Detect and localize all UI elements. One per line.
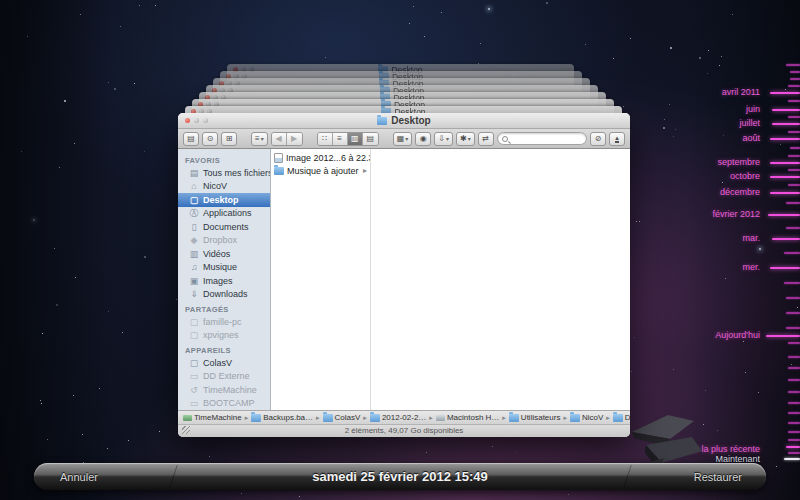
timeline-label[interactable]: février 2012 — [712, 209, 760, 219]
timeline-label[interactable]: juillet — [739, 118, 760, 128]
timeline-tick[interactable] — [788, 342, 800, 344]
sidebar-item-timemachine[interactable]: ↺TimeMachine — [178, 383, 270, 397]
path-segment[interactable]: Macintosh H… — [436, 413, 499, 422]
timeline-tick[interactable] — [788, 422, 800, 424]
timeline-tick[interactable] — [788, 452, 800, 454]
quick-look-button[interactable]: ◉ — [415, 132, 431, 146]
sidebar-item-colasv[interactable]: ▢ColasV — [178, 356, 270, 370]
timeline-tick[interactable] — [772, 238, 800, 240]
timeline-label[interactable]: août — [742, 133, 760, 143]
resize-grip[interactable] — [182, 426, 190, 434]
title-bar[interactable]: Desktop — [178, 113, 630, 129]
label-button[interactable]: ▤ — [183, 132, 199, 146]
info-button[interactable]: ⊙ — [202, 132, 218, 146]
nav-buttons-segment[interactable]: ▶ — [287, 133, 302, 145]
timeline-label[interactable]: mer. — [742, 262, 760, 272]
timeline-tick[interactable] — [788, 431, 800, 433]
new-folder-button[interactable]: ⊞ — [221, 132, 237, 146]
timeline-tick[interactable] — [788, 379, 800, 381]
path-segment[interactable]: 2012-02-2… — [370, 413, 426, 422]
timeline-tick[interactable] — [788, 412, 800, 414]
sidebar-item-documents[interactable]: ▯Documents — [178, 220, 270, 234]
timeline-label[interactable]: mar. — [742, 233, 760, 243]
timeline-tick[interactable] — [784, 282, 800, 284]
icon-size-menu-button[interactable]: ▦▾ — [393, 132, 413, 146]
sidebar-item-images[interactable]: ▣Images — [178, 274, 270, 288]
path-segment[interactable]: Desktop — [613, 413, 630, 422]
path-segment[interactable]: NicoV — [570, 413, 603, 422]
sidebar-item-vid-os[interactable]: ▥Vidéos — [178, 247, 270, 261]
share-menu-button[interactable]: ⇩▾ — [434, 132, 453, 146]
file-row[interactable]: Musique à ajouter▸ — [271, 164, 370, 177]
timeline-tick[interactable] — [766, 335, 800, 337]
path-segment[interactable]: Backups.ba… — [251, 413, 313, 422]
timeline-tick[interactable] — [790, 71, 800, 73]
timeline-label[interactable]: décembre — [720, 187, 760, 197]
sidebar-item-downloads[interactable]: ⇓Downloads — [178, 288, 270, 302]
timeline-tick[interactable] — [788, 439, 800, 441]
sidebar-item-nicov[interactable]: ⌂NicoV — [178, 180, 270, 194]
timeline-tick[interactable] — [788, 155, 800, 157]
sidebar-item-dropbox[interactable]: ◆Dropbox — [178, 234, 270, 248]
path-bar[interactable]: TimeMachine▸Backups.ba…▸ColasV▸2012-02-2… — [178, 410, 630, 424]
action-menu-button[interactable]: ✱▾ — [456, 132, 475, 146]
traffic-lights[interactable] — [185, 118, 208, 123]
timeline-label[interactable]: octobre — [730, 171, 760, 181]
view-switcher-segment[interactable]: ▤ — [363, 133, 378, 145]
file-row[interactable]: Image 2012...6 à 22.32.34 — [271, 151, 370, 164]
eject-button[interactable]: ▴ — [609, 132, 625, 146]
view-switcher-segment[interactable]: ≡ — [333, 133, 348, 145]
timeline-label[interactable]: septembre — [717, 157, 760, 167]
cancel-button[interactable]: Annuler — [60, 471, 98, 483]
timeline-tick[interactable] — [788, 116, 800, 118]
timeline-tick[interactable] — [790, 147, 800, 149]
timeline-tick[interactable] — [770, 92, 800, 94]
timeline-tick[interactable] — [786, 227, 800, 229]
path-segment[interactable]: ColasV — [323, 413, 361, 422]
timeline-tick[interactable] — [788, 391, 800, 393]
timeline-tick[interactable] — [784, 252, 800, 254]
timeline-tick[interactable] — [788, 367, 800, 369]
view-switcher[interactable]: ∷≡▥▤ — [317, 132, 379, 146]
timeline-tick[interactable] — [770, 176, 800, 178]
timeline-label[interactable]: juin — [746, 104, 760, 114]
sidebar-item-musique[interactable]: ♫Musique — [178, 261, 270, 275]
column-view[interactable]: Image 2012...6 à 22.32.34Musique à ajout… — [271, 149, 630, 410]
sidebar-item-famille-pc[interactable]: ▢famille-pc — [178, 315, 270, 329]
timeline-tick[interactable] — [786, 312, 800, 314]
view-switcher-segment[interactable]: ▥ — [348, 133, 363, 145]
search-field[interactable] — [497, 132, 587, 145]
timeline-tick[interactable] — [770, 138, 800, 140]
view-switcher-segment[interactable]: ∷ — [318, 133, 333, 145]
timeline-tick[interactable] — [784, 458, 800, 460]
sidebar-item-bootcamp[interactable]: ▭BOOTCAMP — [178, 397, 270, 411]
timeline-tick[interactable] — [788, 184, 800, 186]
sidebar-item-desktop[interactable]: ▢Desktop — [178, 193, 270, 207]
timeline-tick[interactable] — [786, 327, 800, 329]
timeline-tick[interactable] — [788, 100, 800, 102]
timeline-tick[interactable] — [788, 169, 800, 171]
nav-buttons[interactable]: ◀▶ — [271, 132, 303, 146]
timeline-tick[interactable] — [786, 297, 800, 299]
timeline-tick[interactable] — [788, 131, 800, 133]
sync-button[interactable]: ⇄ — [478, 132, 494, 146]
timeline-label[interactable]: Aujourd'hui — [715, 330, 760, 340]
arrange-menu-button[interactable]: ≡▾ — [251, 132, 268, 146]
nav-buttons-segment[interactable]: ◀ — [272, 133, 287, 145]
timeline-tick[interactable] — [770, 162, 800, 164]
sidebar-item-applications[interactable]: ⒶApplications — [178, 207, 270, 221]
timeline-tick[interactable] — [788, 356, 800, 358]
timeline-tick[interactable] — [768, 214, 800, 216]
timeline-tick[interactable] — [770, 192, 800, 194]
path-segment[interactable]: Utilisateurs — [509, 413, 561, 422]
timeline-tick[interactable] — [786, 446, 800, 448]
timeline-tick[interactable] — [788, 85, 800, 87]
timeline-tick[interactable] — [772, 123, 800, 125]
timeline-label[interactable]: avril 2011 — [722, 87, 760, 97]
timeline-tick[interactable] — [786, 64, 800, 66]
file-column[interactable]: Image 2012...6 à 22.32.34Musique à ajout… — [271, 149, 371, 410]
timeline-tick[interactable] — [790, 78, 800, 80]
timeline-tick[interactable] — [788, 402, 800, 404]
timeline-tick[interactable] — [772, 109, 800, 111]
sidebar-item-xpvignes[interactable]: ▢xpvignes — [178, 329, 270, 343]
